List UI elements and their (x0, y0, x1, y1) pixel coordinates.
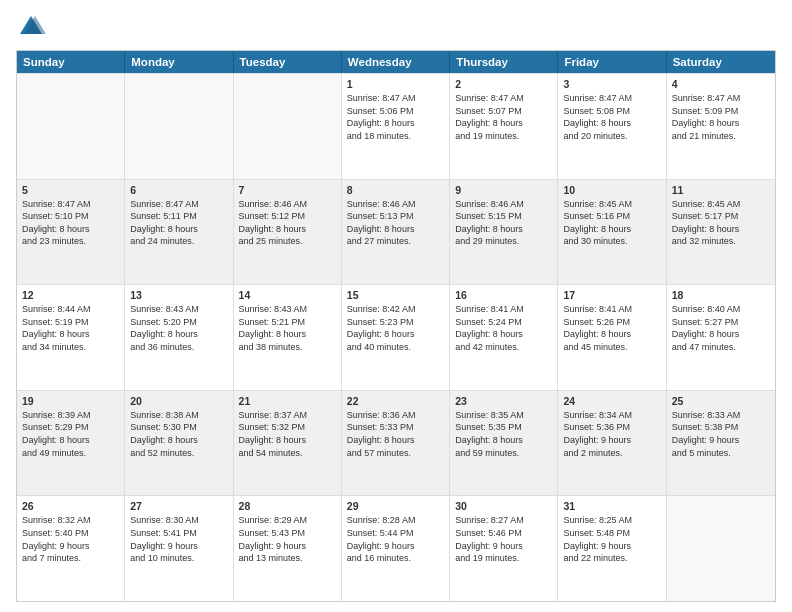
day-info: Sunrise: 8:30 AM Sunset: 5:41 PM Dayligh… (130, 514, 227, 564)
day-cell-4: 4Sunrise: 8:47 AM Sunset: 5:09 PM Daylig… (667, 74, 775, 179)
day-cell-28: 28Sunrise: 8:29 AM Sunset: 5:43 PM Dayli… (234, 496, 342, 601)
day-number: 21 (239, 395, 336, 407)
day-info: Sunrise: 8:47 AM Sunset: 5:11 PM Dayligh… (130, 198, 227, 248)
day-number: 23 (455, 395, 552, 407)
calendar: SundayMondayTuesdayWednesdayThursdayFrid… (16, 50, 776, 602)
day-number: 6 (130, 184, 227, 196)
day-number: 20 (130, 395, 227, 407)
day-cell-25: 25Sunrise: 8:33 AM Sunset: 5:38 PM Dayli… (667, 391, 775, 496)
day-info: Sunrise: 8:40 AM Sunset: 5:27 PM Dayligh… (672, 303, 770, 353)
page: SundayMondayTuesdayWednesdayThursdayFrid… (0, 0, 792, 612)
day-cell-9: 9Sunrise: 8:46 AM Sunset: 5:15 PM Daylig… (450, 180, 558, 285)
day-info: Sunrise: 8:46 AM Sunset: 5:13 PM Dayligh… (347, 198, 444, 248)
day-number: 4 (672, 78, 770, 90)
day-number: 22 (347, 395, 444, 407)
day-number: 11 (672, 184, 770, 196)
day-info: Sunrise: 8:34 AM Sunset: 5:36 PM Dayligh… (563, 409, 660, 459)
day-info: Sunrise: 8:45 AM Sunset: 5:17 PM Dayligh… (672, 198, 770, 248)
day-cell-20: 20Sunrise: 8:38 AM Sunset: 5:30 PM Dayli… (125, 391, 233, 496)
day-cell-10: 10Sunrise: 8:45 AM Sunset: 5:16 PM Dayli… (558, 180, 666, 285)
day-number: 13 (130, 289, 227, 301)
calendar-header: SundayMondayTuesdayWednesdayThursdayFrid… (17, 51, 775, 73)
day-header-thursday: Thursday (450, 51, 558, 73)
day-info: Sunrise: 8:35 AM Sunset: 5:35 PM Dayligh… (455, 409, 552, 459)
day-number: 29 (347, 500, 444, 512)
day-cell-26: 26Sunrise: 8:32 AM Sunset: 5:40 PM Dayli… (17, 496, 125, 601)
day-info: Sunrise: 8:43 AM Sunset: 5:21 PM Dayligh… (239, 303, 336, 353)
day-cell-13: 13Sunrise: 8:43 AM Sunset: 5:20 PM Dayli… (125, 285, 233, 390)
day-header-tuesday: Tuesday (234, 51, 342, 73)
day-number: 8 (347, 184, 444, 196)
day-number: 18 (672, 289, 770, 301)
week-row-2: 5Sunrise: 8:47 AM Sunset: 5:10 PM Daylig… (17, 179, 775, 285)
day-number: 1 (347, 78, 444, 90)
empty-cell (667, 496, 775, 601)
logo-icon (16, 12, 46, 42)
day-header-saturday: Saturday (667, 51, 775, 73)
day-number: 27 (130, 500, 227, 512)
day-info: Sunrise: 8:41 AM Sunset: 5:26 PM Dayligh… (563, 303, 660, 353)
day-number: 10 (563, 184, 660, 196)
day-info: Sunrise: 8:32 AM Sunset: 5:40 PM Dayligh… (22, 514, 119, 564)
day-cell-24: 24Sunrise: 8:34 AM Sunset: 5:36 PM Dayli… (558, 391, 666, 496)
day-number: 19 (22, 395, 119, 407)
day-cell-23: 23Sunrise: 8:35 AM Sunset: 5:35 PM Dayli… (450, 391, 558, 496)
day-number: 28 (239, 500, 336, 512)
day-header-wednesday: Wednesday (342, 51, 450, 73)
day-header-friday: Friday (558, 51, 666, 73)
day-cell-16: 16Sunrise: 8:41 AM Sunset: 5:24 PM Dayli… (450, 285, 558, 390)
empty-cell (17, 74, 125, 179)
day-number: 12 (22, 289, 119, 301)
day-number: 14 (239, 289, 336, 301)
day-cell-7: 7Sunrise: 8:46 AM Sunset: 5:12 PM Daylig… (234, 180, 342, 285)
day-number: 5 (22, 184, 119, 196)
week-row-1: 1Sunrise: 8:47 AM Sunset: 5:06 PM Daylig… (17, 73, 775, 179)
day-number: 16 (455, 289, 552, 301)
day-number: 17 (563, 289, 660, 301)
day-cell-19: 19Sunrise: 8:39 AM Sunset: 5:29 PM Dayli… (17, 391, 125, 496)
day-info: Sunrise: 8:36 AM Sunset: 5:33 PM Dayligh… (347, 409, 444, 459)
day-number: 31 (563, 500, 660, 512)
day-info: Sunrise: 8:47 AM Sunset: 5:07 PM Dayligh… (455, 92, 552, 142)
day-cell-21: 21Sunrise: 8:37 AM Sunset: 5:32 PM Dayli… (234, 391, 342, 496)
day-info: Sunrise: 8:25 AM Sunset: 5:48 PM Dayligh… (563, 514, 660, 564)
day-info: Sunrise: 8:46 AM Sunset: 5:12 PM Dayligh… (239, 198, 336, 248)
day-info: Sunrise: 8:47 AM Sunset: 5:10 PM Dayligh… (22, 198, 119, 248)
day-cell-8: 8Sunrise: 8:46 AM Sunset: 5:13 PM Daylig… (342, 180, 450, 285)
day-info: Sunrise: 8:39 AM Sunset: 5:29 PM Dayligh… (22, 409, 119, 459)
day-number: 9 (455, 184, 552, 196)
day-header-monday: Monday (125, 51, 233, 73)
calendar-body: 1Sunrise: 8:47 AM Sunset: 5:06 PM Daylig… (17, 73, 775, 601)
day-number: 30 (455, 500, 552, 512)
day-cell-30: 30Sunrise: 8:27 AM Sunset: 5:46 PM Dayli… (450, 496, 558, 601)
day-number: 3 (563, 78, 660, 90)
day-number: 7 (239, 184, 336, 196)
day-cell-14: 14Sunrise: 8:43 AM Sunset: 5:21 PM Dayli… (234, 285, 342, 390)
logo (16, 12, 50, 42)
day-cell-22: 22Sunrise: 8:36 AM Sunset: 5:33 PM Dayli… (342, 391, 450, 496)
day-number: 26 (22, 500, 119, 512)
day-cell-1: 1Sunrise: 8:47 AM Sunset: 5:06 PM Daylig… (342, 74, 450, 179)
day-cell-18: 18Sunrise: 8:40 AM Sunset: 5:27 PM Dayli… (667, 285, 775, 390)
day-info: Sunrise: 8:47 AM Sunset: 5:09 PM Dayligh… (672, 92, 770, 142)
day-header-sunday: Sunday (17, 51, 125, 73)
day-cell-12: 12Sunrise: 8:44 AM Sunset: 5:19 PM Dayli… (17, 285, 125, 390)
day-info: Sunrise: 8:44 AM Sunset: 5:19 PM Dayligh… (22, 303, 119, 353)
day-info: Sunrise: 8:38 AM Sunset: 5:30 PM Dayligh… (130, 409, 227, 459)
day-cell-31: 31Sunrise: 8:25 AM Sunset: 5:48 PM Dayli… (558, 496, 666, 601)
empty-cell (234, 74, 342, 179)
day-info: Sunrise: 8:27 AM Sunset: 5:46 PM Dayligh… (455, 514, 552, 564)
day-info: Sunrise: 8:33 AM Sunset: 5:38 PM Dayligh… (672, 409, 770, 459)
day-cell-5: 5Sunrise: 8:47 AM Sunset: 5:10 PM Daylig… (17, 180, 125, 285)
week-row-3: 12Sunrise: 8:44 AM Sunset: 5:19 PM Dayli… (17, 284, 775, 390)
day-cell-27: 27Sunrise: 8:30 AM Sunset: 5:41 PM Dayli… (125, 496, 233, 601)
day-number: 24 (563, 395, 660, 407)
day-cell-6: 6Sunrise: 8:47 AM Sunset: 5:11 PM Daylig… (125, 180, 233, 285)
day-number: 2 (455, 78, 552, 90)
day-info: Sunrise: 8:47 AM Sunset: 5:08 PM Dayligh… (563, 92, 660, 142)
day-info: Sunrise: 8:37 AM Sunset: 5:32 PM Dayligh… (239, 409, 336, 459)
day-cell-15: 15Sunrise: 8:42 AM Sunset: 5:23 PM Dayli… (342, 285, 450, 390)
day-cell-2: 2Sunrise: 8:47 AM Sunset: 5:07 PM Daylig… (450, 74, 558, 179)
day-info: Sunrise: 8:29 AM Sunset: 5:43 PM Dayligh… (239, 514, 336, 564)
header (16, 12, 776, 42)
